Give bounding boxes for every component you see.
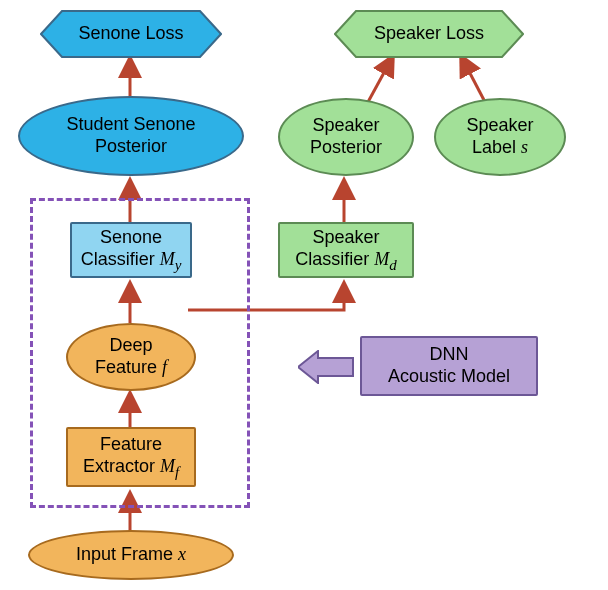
label-line2: Posterior [310,137,382,157]
label-line1: Senone [100,227,162,247]
svg-line-6 [368,58,392,102]
block-arrow-icon [298,350,354,384]
label-line2a: Feature [95,357,162,377]
label-line1: Speaker [312,115,379,135]
label-line1: Student Senone [66,114,195,134]
label-var: M [160,249,175,269]
label-line2a: Label [472,137,521,157]
input-frame-node: Input Frame x [28,530,234,580]
student-senone-posterior-node: Student Senone Posterior [18,96,244,176]
label-var: f [162,357,167,377]
speaker-label-node: Speaker Label s [434,98,566,176]
label-var: M [374,249,389,269]
label-line1: Speaker [312,227,379,247]
speaker-loss-node: Speaker Loss [334,10,524,58]
label-var: s [521,137,528,157]
deep-feature-node: Deep Feature f [66,323,196,391]
svg-line-7 [462,58,485,102]
senone-loss-node: Senone Loss [40,10,222,58]
label-line2a: Extractor [83,456,160,476]
label-line1: DNN [430,344,469,364]
label-sub: d [389,256,397,272]
speaker-posterior-node: Speaker Posterior [278,98,414,176]
svg-marker-10 [298,351,353,383]
label-line1: Deep [109,335,152,355]
label-sub: f [175,463,179,479]
label-sub: y [175,256,182,272]
label-line1: Speaker [466,115,533,135]
dnn-acoustic-model-label-node: DNN Acoustic Model [360,336,538,396]
label-var: M [160,456,175,476]
label-line1: Feature [100,434,162,454]
label-a: Input Frame [76,544,178,564]
label-line2: Posterior [95,136,167,156]
label-var: x [178,544,186,564]
speaker-classifier-node: Speaker Classifier Md [278,222,414,278]
senone-classifier-node: Senone Classifier My [70,222,192,278]
speaker-loss-label: Speaker Loss [374,23,484,45]
senone-loss-label: Senone Loss [78,23,183,45]
label-line2a: Classifier [81,249,160,269]
feature-extractor-node: Feature Extractor Mf [66,427,196,487]
label-line2a: Classifier [295,249,374,269]
label-line2: Acoustic Model [388,366,510,386]
